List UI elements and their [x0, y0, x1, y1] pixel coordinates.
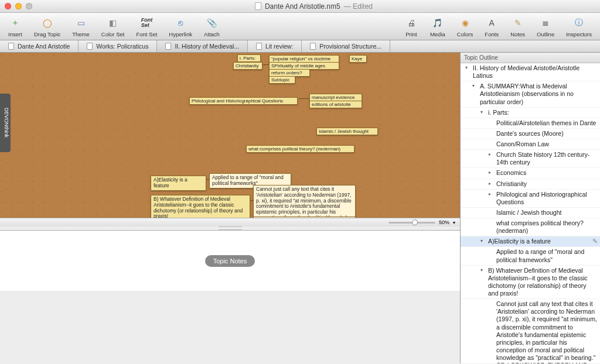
document-icon: [87, 43, 93, 50]
media-icon: 🎵: [431, 16, 445, 30]
disclosure-triangle-icon[interactable]: ▸: [489, 169, 494, 176]
document-icon: [165, 43, 171, 50]
outline-item[interactable]: ▾A)Elasticity is a feature✎: [461, 236, 600, 247]
outline-button[interactable]: ≣Outline: [532, 14, 559, 39]
disclosure-triangle-icon[interactable]: [489, 140, 494, 141]
attach-icon: 📎: [204, 16, 219, 30]
disclosure-triangle-icon[interactable]: ▾: [480, 267, 486, 273]
outline-item-label: A)Elasticity is a feature: [488, 238, 590, 245]
zoom-bar: 50% ▾: [0, 218, 460, 226]
outline-item-label: A. SUMMARY:What is Medeival Aristotleian…: [480, 83, 598, 105]
media-button[interactable]: 🎵Media: [425, 14, 450, 39]
outline-body[interactable]: ▾II. History of Medieval Aristotle/Arist…: [461, 63, 600, 363]
tab[interactable]: II. History of Medieval...: [157, 40, 248, 52]
inspectors-button[interactable]: ⓘInspectors: [561, 14, 596, 39]
document-icon: [256, 43, 262, 50]
tab[interactable]: Provisional Structure...: [302, 40, 390, 52]
outline-item-label: Political/Airstotelian themes in Dante: [496, 119, 598, 127]
notes-icon: ✎: [511, 16, 525, 30]
outline-item[interactable]: Cannot just call any text that cites it …: [461, 299, 600, 363]
window-controls: [5, 3, 32, 9]
disclosure-triangle-icon[interactable]: ▸: [489, 180, 494, 187]
print-icon: 🖨: [404, 16, 418, 30]
colors-button[interactable]: ◉Colors: [452, 14, 478, 39]
toolbar-label: Media: [430, 31, 445, 37]
close-icon[interactable]: [5, 3, 11, 9]
mindmap-node[interactable]: Cannot just call any text that cites it …: [253, 185, 356, 218]
toolbar-label: Print: [405, 31, 417, 37]
disclosure-triangle-icon[interactable]: ▾: [480, 238, 486, 244]
drag-topic-button[interactable]: ◯Drag Topic: [29, 14, 65, 39]
mindmap-node[interactable]: what comprises political theory? (nederm…: [246, 145, 354, 153]
disclosure-triangle-icon[interactable]: [489, 209, 494, 210]
outline-item[interactable]: ▸Philological and Historiographical Ques…: [461, 190, 600, 208]
outline-item[interactable]: Political/Airstotelian themes in Dante: [461, 118, 600, 129]
tab[interactable]: Lit review:: [248, 40, 302, 52]
insert-icon: ＋: [8, 16, 22, 30]
disclosure-triangle-icon[interactable]: [489, 130, 494, 131]
mindmap-node[interactable]: Islamic / Jewish thought: [316, 128, 378, 135]
zoom-dropdown-icon[interactable]: ▾: [453, 220, 455, 225]
mindmap-node[interactable]: Cicero's works enjoyed unrivaled readers…: [253, 217, 356, 218]
disclosure-triangle-icon[interactable]: [489, 219, 494, 220]
outline-item[interactable]: what comprises political theory? (nederm…: [461, 218, 600, 236]
color-set-button[interactable]: ◧Color Set: [97, 14, 129, 39]
insert-button[interactable]: ＋Insert: [4, 14, 27, 39]
mindmap-node[interactable]: Subtopic: [269, 76, 295, 84]
outline-sidebar: Topic Outline ▾II. History of Medieval A…: [460, 53, 600, 363]
drag-topic-icon: ◯: [40, 16, 54, 30]
mindmap-node[interactable]: A)Elasticity is a feature: [151, 176, 206, 191]
minimize-icon[interactable]: [15, 3, 22, 9]
notes-button[interactable]: ✎Notes: [506, 14, 530, 39]
theme-button[interactable]: ▭Theme: [67, 14, 94, 39]
outline-item-label: Canon/Roman Law: [496, 140, 598, 148]
toolbar: ＋Insert◯Drag Topic▭Theme◧Color SetFontSe…: [0, 13, 600, 40]
disclosure-triangle-icon[interactable]: ▾: [465, 64, 471, 71]
outline-item-label: Philological and Historiographical Quest…: [496, 191, 598, 206]
document-icon: [8, 43, 14, 50]
font-set-button[interactable]: FontSetFont Set: [131, 14, 162, 39]
notes-pane[interactable]: Topic Notes: [0, 230, 460, 291]
outline-item[interactable]: Dante's sources (Moore): [461, 129, 600, 139]
tab[interactable]: Works: Policraticus: [79, 40, 157, 52]
outline-item[interactable]: ▾A. SUMMARY:What is Medeival Aristotleia…: [461, 81, 600, 107]
mindmap-node[interactable]: i. Parts:: [237, 54, 261, 62]
toolbar-label: Insert: [8, 31, 22, 37]
disclosure-triangle-icon[interactable]: [489, 119, 494, 120]
devonthink-tab[interactable]: DEVONthink: [0, 94, 11, 152]
hyperlink-button[interactable]: ⎋Hyperlink: [164, 14, 197, 39]
tab-label: Works: Policraticus: [96, 43, 148, 50]
toolbar-label: Attach: [204, 31, 220, 37]
zoom-slider[interactable]: [388, 222, 435, 224]
tab[interactable]: Dante And Aristotle: [0, 40, 79, 52]
zoom-icon[interactable]: [26, 3, 32, 9]
outline-item[interactable]: Applied to a range of "moral and politic…: [461, 247, 600, 265]
outline-item[interactable]: ▾i. Parts:: [461, 108, 600, 118]
outline-item[interactable]: Canon/Roman Law: [461, 139, 600, 150]
outline-item[interactable]: ▸Economics: [461, 168, 600, 178]
mindmap-node[interactable]: editions of aristotle: [309, 101, 362, 108]
disclosure-triangle-icon[interactable]: ▾: [480, 109, 486, 115]
mindmap-node[interactable]: Philological and Historiographical Quest…: [189, 97, 298, 105]
disclosure-triangle-icon[interactable]: ▾: [472, 83, 478, 89]
outline-item[interactable]: ▾II. History of Medieval Aristotle/Arist…: [461, 63, 600, 81]
outline-item[interactable]: ▾B) Whatever Definition of Medieval Aris…: [461, 266, 600, 300]
disclosure-triangle-icon[interactable]: ▸: [489, 191, 494, 197]
outline-header: Topic Outline: [461, 53, 600, 63]
disclosure-triangle-icon[interactable]: [489, 300, 494, 301]
mindmap-node[interactable]: B) Whatever Definition of Medieval Arist…: [151, 195, 250, 218]
outline-item[interactable]: Islamic / Jewish thought: [461, 208, 600, 218]
toolbar-label: Inspectors: [566, 31, 592, 37]
toolbar-label: Drag Topic: [34, 31, 60, 37]
mindmap-node[interactable]: Christianity: [233, 62, 262, 70]
font-set-icon: FontSet: [139, 16, 154, 30]
disclosure-triangle-icon[interactable]: [489, 248, 494, 249]
print-button[interactable]: 🖨Print: [400, 14, 423, 39]
fonts-button[interactable]: AFonts: [480, 14, 503, 39]
outline-item[interactable]: ▸Christianity: [461, 179, 600, 190]
outline-item[interactable]: ▸Church State history 12th century-14th …: [461, 150, 600, 168]
disclosure-triangle-icon[interactable]: ▸: [489, 151, 494, 157]
mindmap-node[interactable]: Kaye: [349, 55, 367, 63]
mindmap-canvas[interactable]: i. Parts:Christianity"popular religion" …: [0, 53, 460, 218]
attach-button[interactable]: 📎Attach: [199, 14, 224, 39]
